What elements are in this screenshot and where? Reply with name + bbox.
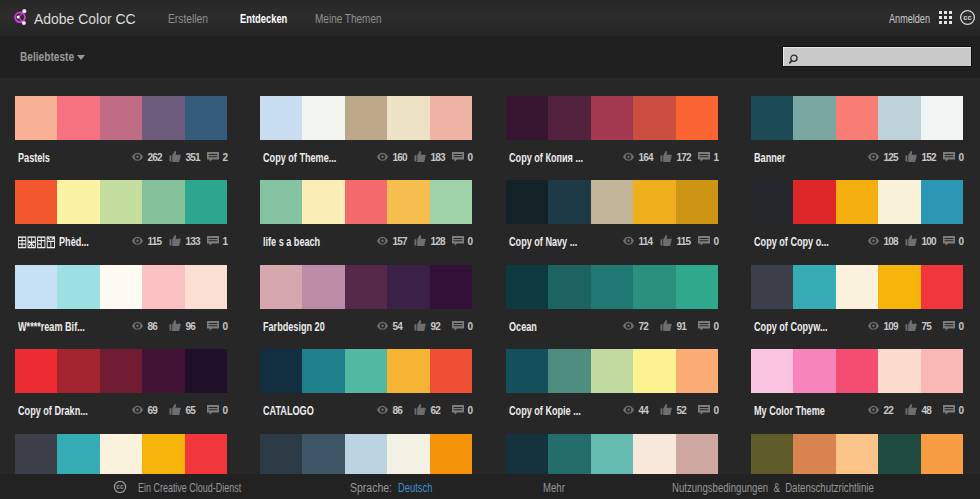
svg-text:cc: cc [116, 483, 124, 490]
svg-text:cc: cc [963, 13, 971, 22]
